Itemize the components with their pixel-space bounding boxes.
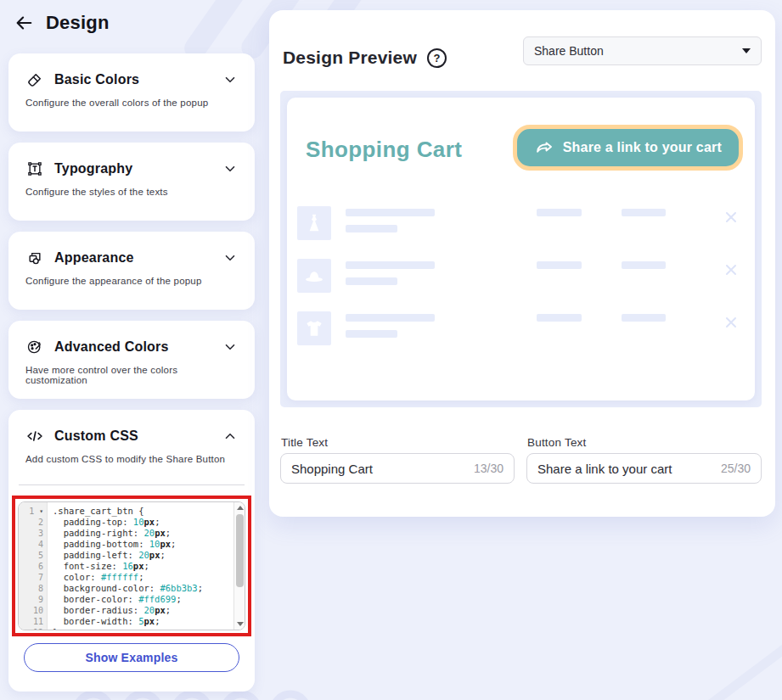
remove-item-icon [724, 210, 738, 224]
code-icon [25, 427, 44, 445]
chevron-down-icon [222, 250, 238, 266]
chevron-down-icon [222, 339, 238, 355]
placeholder-bar [346, 225, 397, 232]
placeholder-bar [537, 261, 582, 269]
chevron-up-icon [222, 428, 238, 444]
typography-icon [25, 160, 44, 178]
section-appearance: Appearance Configure the appearance of t… [8, 232, 255, 310]
button-text-input[interactable] [537, 462, 714, 476]
back-button[interactable] [14, 13, 34, 33]
item-thumbnail [297, 259, 331, 293]
section-appearance-toggle[interactable]: Appearance [8, 232, 255, 267]
cart-item-row [297, 259, 745, 298]
hat-icon [302, 264, 326, 288]
caret-down-icon [742, 48, 751, 53]
page-title: Design [46, 12, 110, 34]
section-typography: Typography Configure the styles of the t… [8, 143, 255, 221]
section-title: Advanced Colors [54, 339, 212, 355]
button-text-field: 25/30 [526, 453, 762, 484]
design-preview-panel: Design Preview ? Share Button Shopping C… [269, 10, 775, 517]
chevron-down-icon [222, 161, 238, 176]
popup-preview-card: Shopping Cart Share a link to your cart [287, 98, 755, 400]
section-basic-colors: Basic Colors Configure the overall color… [8, 53, 255, 132]
placeholder-bar [622, 261, 666, 269]
arrow-left-icon [14, 14, 33, 32]
dress-icon [303, 212, 325, 234]
appearance-icon [25, 249, 44, 267]
button-text-label: Button Text [527, 436, 587, 449]
placeholder-bar [346, 209, 435, 216]
scrollbar-thumb[interactable] [236, 514, 244, 587]
editor-code-content[interactable]: .share_cart_btn { padding-top: 10px; pad… [48, 502, 233, 630]
dropdown-value: Share Button [534, 44, 742, 58]
title-text-field: 13/30 [280, 453, 515, 484]
section-custom-css-toggle[interactable]: Custom CSS [8, 410, 255, 445]
scroll-up-icon[interactable] [234, 502, 245, 513]
section-title: Typography [54, 161, 212, 176]
help-icon[interactable]: ? [427, 48, 447, 68]
editor-line-numbers: 1 ▾2345678910111213 [19, 502, 48, 630]
title-text-input[interactable] [291, 462, 467, 476]
tshirt-icon [303, 317, 325, 339]
show-examples-button[interactable]: Show Examples [24, 643, 239, 672]
preview-target-dropdown[interactable]: Share Button [523, 36, 762, 65]
title-text-label: Title Text [281, 436, 328, 449]
section-typography-toggle[interactable]: Typography [8, 143, 255, 178]
share-button-label: Share a link to your cart [563, 140, 722, 155]
popup-title: Shopping Cart [306, 137, 462, 163]
section-title: Appearance [54, 250, 212, 266]
editor-scrollbar[interactable] [233, 502, 245, 630]
share-cart-button[interactable]: Share a link to your cart [513, 125, 743, 171]
panel-title: Design Preview [283, 48, 417, 68]
placeholder-bar [622, 314, 666, 322]
section-basic-colors-toggle[interactable]: Basic Colors [8, 53, 255, 89]
remove-item-icon [724, 263, 738, 277]
section-custom-css: Custom CSS Add custom CSS to modify the … [8, 410, 255, 692]
placeholder-bar [346, 261, 435, 269]
section-title: Custom CSS [54, 428, 212, 444]
section-description: Configure the styles of the texts [8, 178, 255, 197]
placeholder-bar [622, 209, 666, 216]
chevron-down-icon [222, 72, 238, 87]
divider [19, 484, 245, 485]
remove-item-icon [724, 316, 738, 329]
paint-brush-icon [25, 70, 44, 89]
placeholder-bar [346, 330, 397, 338]
section-description: Have more control over the colors custom… [8, 356, 255, 385]
section-description: Configure the overall colors of the popu… [8, 89, 255, 108]
cart-item-row [297, 311, 745, 350]
placeholder-bar [346, 314, 435, 322]
css-code-editor[interactable]: 1 ▾2345678910111213 .share_cart_btn { pa… [18, 501, 245, 630]
sidebar-header: Design [14, 12, 110, 34]
scroll-down-icon[interactable] [234, 619, 245, 630]
palette-icon [25, 338, 44, 356]
section-advanced-colors: Advanced Colors Have more control over t… [8, 321, 255, 399]
cart-item-row [297, 206, 745, 245]
section-advanced-colors-toggle[interactable]: Advanced Colors [8, 321, 255, 356]
item-thumbnail [297, 206, 331, 240]
title-char-counter: 13/30 [474, 462, 504, 475]
item-thumbnail [297, 311, 331, 345]
placeholder-bar [537, 314, 582, 322]
section-description: Add custom CSS to modify the Share Butto… [8, 445, 255, 464]
preview-area: Shopping Cart Share a link to your cart [280, 91, 762, 407]
css-editor-highlight: 1 ▾2345678910111213 .share_cart_btn { pa… [12, 496, 251, 636]
placeholder-bar [346, 277, 397, 285]
button-char-counter: 25/30 [721, 462, 751, 475]
section-description: Configure the appearance of the popup [8, 267, 255, 286]
section-title: Basic Colors [54, 72, 212, 87]
placeholder-bar [537, 209, 582, 216]
share-arrow-icon [534, 137, 554, 158]
design-page: Design Basic Colors Configure the overal… [0, 0, 782, 700]
